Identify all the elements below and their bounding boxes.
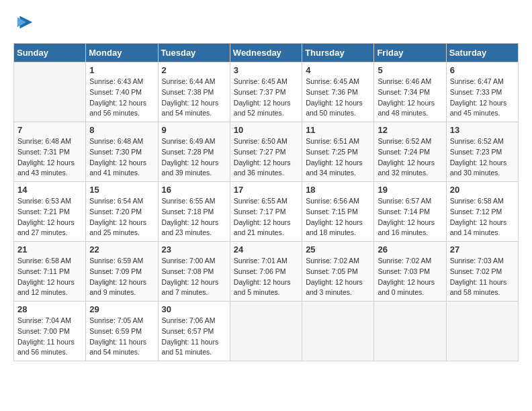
calendar-cell: 18Sunrise: 6:56 AMSunset: 7:15 PMDayligh…: [302, 182, 374, 242]
day-info: Sunrise: 6:45 AMSunset: 7:37 PMDaylight:…: [234, 77, 298, 119]
day-info: Sunrise: 7:02 AMSunset: 7:03 PMDaylight:…: [378, 256, 442, 298]
day-number: 23: [162, 244, 226, 255]
day-info: Sunrise: 7:01 AMSunset: 7:06 PMDaylight:…: [234, 256, 298, 298]
day-info: Sunrise: 7:05 AMSunset: 6:59 PMDaylight:…: [89, 316, 154, 358]
day-number: 27: [450, 244, 515, 255]
calendar-cell: 11Sunrise: 6:51 AMSunset: 7:25 PMDayligh…: [302, 122, 374, 182]
weekday-header-thursday: Thursday: [302, 44, 374, 62]
day-info: Sunrise: 6:59 AMSunset: 7:09 PMDaylight:…: [89, 256, 154, 298]
day-number: 12: [378, 125, 442, 135]
calendar-cell: 20Sunrise: 6:58 AMSunset: 7:12 PMDayligh…: [446, 182, 518, 242]
week-row-3: 14Sunrise: 6:53 AMSunset: 7:21 PMDayligh…: [14, 182, 519, 242]
calendar-cell: 17Sunrise: 6:55 AMSunset: 7:17 PMDayligh…: [230, 182, 302, 242]
calendar-table: SundayMondayTuesdayWednesdayThursdayFrid…: [13, 43, 519, 361]
calendar-cell: 14Sunrise: 6:53 AMSunset: 7:21 PMDayligh…: [14, 182, 86, 242]
day-number: 24: [234, 244, 298, 255]
day-number: 21: [17, 244, 82, 255]
day-number: 25: [306, 244, 370, 255]
calendar-cell: 7Sunrise: 6:48 AMSunset: 7:31 PMDaylight…: [14, 122, 86, 182]
weekday-header-friday: Friday: [374, 44, 446, 62]
day-info: Sunrise: 6:43 AMSunset: 7:40 PMDaylight:…: [89, 77, 154, 119]
calendar-cell: 8Sunrise: 6:48 AMSunset: 7:30 PMDaylight…: [86, 122, 158, 182]
calendar-cell: 27Sunrise: 7:03 AMSunset: 7:02 PMDayligh…: [446, 242, 518, 302]
calendar-cell: [302, 302, 374, 361]
weekday-header-wednesday: Wednesday: [230, 44, 302, 62]
day-number: 15: [89, 185, 154, 195]
calendar-cell: 6Sunrise: 6:47 AMSunset: 7:33 PMDaylight…: [446, 62, 518, 122]
calendar-cell: 4Sunrise: 6:45 AMSunset: 7:36 PMDaylight…: [302, 62, 374, 122]
day-number: 3: [234, 65, 298, 75]
week-row-2: 7Sunrise: 6:48 AMSunset: 7:31 PMDaylight…: [14, 122, 519, 182]
day-info: Sunrise: 6:53 AMSunset: 7:21 PMDaylight:…: [17, 196, 82, 238]
calendar-cell: 9Sunrise: 6:49 AMSunset: 7:28 PMDaylight…: [158, 122, 230, 182]
day-info: Sunrise: 6:55 AMSunset: 7:17 PMDaylight:…: [234, 196, 298, 238]
day-info: Sunrise: 6:45 AMSunset: 7:36 PMDaylight:…: [306, 77, 370, 119]
day-info: Sunrise: 6:50 AMSunset: 7:27 PMDaylight:…: [234, 136, 298, 179]
day-number: 18: [306, 185, 370, 195]
weekday-header-monday: Monday: [86, 44, 158, 62]
day-number: 4: [306, 65, 370, 75]
day-number: 20: [450, 185, 515, 195]
day-number: 19: [378, 185, 442, 195]
calendar-cell: 15Sunrise: 6:54 AMSunset: 7:20 PMDayligh…: [86, 182, 158, 242]
calendar-cell: 21Sunrise: 6:58 AMSunset: 7:11 PMDayligh…: [14, 242, 86, 302]
calendar-cell: 10Sunrise: 6:50 AMSunset: 7:27 PMDayligh…: [230, 122, 302, 182]
day-number: 9: [162, 125, 226, 135]
calendar-cell: [374, 302, 446, 361]
day-number: 2: [162, 65, 226, 75]
week-row-4: 21Sunrise: 6:58 AMSunset: 7:11 PMDayligh…: [14, 242, 519, 302]
day-number: 28: [17, 304, 82, 314]
day-number: 7: [17, 125, 82, 135]
day-info: Sunrise: 7:06 AMSunset: 6:57 PMDaylight:…: [162, 316, 226, 358]
calendar-cell: 22Sunrise: 6:59 AMSunset: 7:09 PMDayligh…: [86, 242, 158, 302]
calendar-cell: 23Sunrise: 7:00 AMSunset: 7:08 PMDayligh…: [158, 242, 230, 302]
calendar-cell: 28Sunrise: 7:04 AMSunset: 7:00 PMDayligh…: [14, 302, 86, 361]
calendar-cell: 13Sunrise: 6:52 AMSunset: 7:23 PMDayligh…: [446, 122, 518, 182]
weekday-header-tuesday: Tuesday: [158, 44, 230, 62]
day-info: Sunrise: 6:46 AMSunset: 7:34 PMDaylight:…: [378, 77, 442, 119]
day-info: Sunrise: 7:03 AMSunset: 7:02 PMDaylight:…: [450, 256, 515, 298]
day-number: 16: [162, 185, 226, 195]
day-number: 1: [89, 65, 154, 75]
day-info: Sunrise: 6:52 AMSunset: 7:24 PMDaylight:…: [378, 136, 442, 179]
logo-icon: [15, 13, 34, 32]
day-info: Sunrise: 6:58 AMSunset: 7:12 PMDaylight:…: [450, 196, 515, 238]
calendar-cell: 12Sunrise: 6:52 AMSunset: 7:24 PMDayligh…: [374, 122, 446, 182]
calendar-cell: 5Sunrise: 6:46 AMSunset: 7:34 PMDaylight…: [374, 62, 446, 122]
calendar-cell: 2Sunrise: 6:44 AMSunset: 7:38 PMDaylight…: [158, 62, 230, 122]
day-number: 29: [89, 304, 154, 314]
calendar-cell: 1Sunrise: 6:43 AMSunset: 7:40 PMDaylight…: [86, 62, 158, 122]
week-row-1: 1Sunrise: 6:43 AMSunset: 7:40 PMDaylight…: [14, 62, 519, 122]
calendar-cell: 24Sunrise: 7:01 AMSunset: 7:06 PMDayligh…: [230, 242, 302, 302]
day-number: 11: [306, 125, 370, 135]
weekday-header-row: SundayMondayTuesdayWednesdayThursdayFrid…: [14, 44, 519, 62]
day-info: Sunrise: 6:55 AMSunset: 7:18 PMDaylight:…: [162, 196, 226, 238]
page-header: [13, 13, 519, 32]
day-number: 10: [234, 125, 298, 135]
day-info: Sunrise: 6:58 AMSunset: 7:11 PMDaylight:…: [17, 256, 82, 298]
logo: [13, 13, 34, 32]
day-number: 8: [89, 125, 154, 135]
day-info: Sunrise: 6:52 AMSunset: 7:23 PMDaylight:…: [450, 136, 515, 179]
day-number: 17: [234, 185, 298, 195]
calendar-cell: 16Sunrise: 6:55 AMSunset: 7:18 PMDayligh…: [158, 182, 230, 242]
day-info: Sunrise: 7:04 AMSunset: 7:00 PMDaylight:…: [17, 316, 82, 358]
day-info: Sunrise: 6:47 AMSunset: 7:33 PMDaylight:…: [450, 77, 515, 119]
day-number: 5: [378, 65, 442, 75]
calendar-cell: 19Sunrise: 6:57 AMSunset: 7:14 PMDayligh…: [374, 182, 446, 242]
weekday-header-sunday: Sunday: [14, 44, 86, 62]
calendar-cell: 30Sunrise: 7:06 AMSunset: 6:57 PMDayligh…: [158, 302, 230, 361]
calendar-cell: 25Sunrise: 7:02 AMSunset: 7:05 PMDayligh…: [302, 242, 374, 302]
day-number: 22: [89, 244, 154, 255]
day-number: 14: [17, 185, 82, 195]
calendar-cell: 3Sunrise: 6:45 AMSunset: 7:37 PMDaylight…: [230, 62, 302, 122]
weekday-header-saturday: Saturday: [446, 44, 518, 62]
day-info: Sunrise: 6:44 AMSunset: 7:38 PMDaylight:…: [162, 77, 226, 119]
day-info: Sunrise: 7:00 AMSunset: 7:08 PMDaylight:…: [162, 256, 226, 298]
day-info: Sunrise: 6:49 AMSunset: 7:28 PMDaylight:…: [162, 136, 226, 179]
week-row-5: 28Sunrise: 7:04 AMSunset: 7:00 PMDayligh…: [14, 302, 519, 361]
calendar-cell: [230, 302, 302, 361]
calendar-cell: 29Sunrise: 7:05 AMSunset: 6:59 PMDayligh…: [86, 302, 158, 361]
day-number: 6: [450, 65, 515, 75]
calendar-cell: [446, 302, 518, 361]
